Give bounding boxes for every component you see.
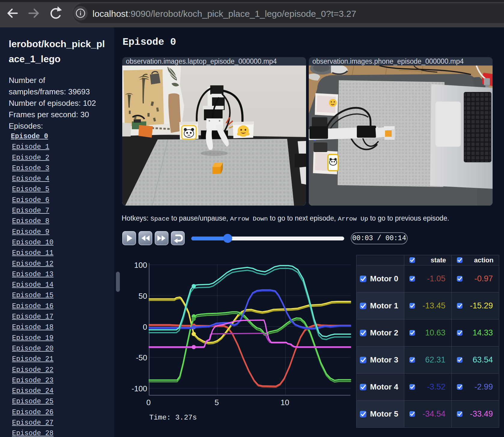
svg-text:100: 100 <box>134 261 147 270</box>
svg-text:5: 5 <box>214 398 219 407</box>
svg-text:-50: -50 <box>136 353 147 362</box>
svg-text:-100: -100 <box>132 384 147 393</box>
svg-text:10: 10 <box>281 398 289 407</box>
svg-text:0: 0 <box>146 398 150 407</box>
svg-text:50: 50 <box>138 292 147 301</box>
svg-text:0: 0 <box>143 322 147 332</box>
